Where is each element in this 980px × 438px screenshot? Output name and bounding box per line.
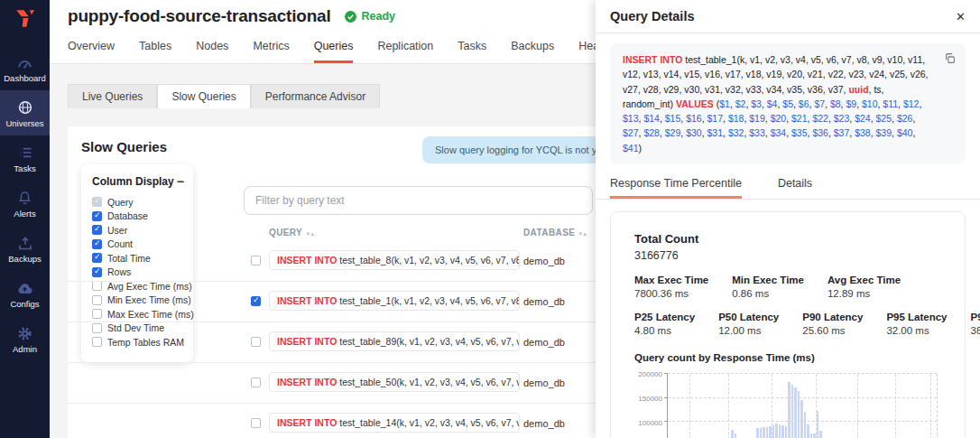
y-tick-label: 200000 — [634, 370, 662, 378]
copy-icon[interactable] — [944, 52, 956, 68]
sql-keyword: INSERT INTO — [623, 54, 682, 65]
checkbox[interactable] — [92, 225, 102, 235]
sidebar-item-configs[interactable]: Configs — [0, 271, 50, 316]
sql-param: $1 — [719, 98, 730, 109]
query-text-pill[interactable]: INSERT INTO test_table_14(k, v1, v2, v3,… — [269, 413, 520, 433]
histogram-bar — [819, 431, 822, 438]
histogram-bar — [804, 412, 807, 438]
sql-param: $31 — [707, 127, 724, 138]
subtab-performance-advisor[interactable]: Performance Advisor — [251, 84, 380, 108]
sidebar-item-label: Tasks — [14, 163, 35, 173]
tab-tables[interactable]: Tables — [139, 33, 171, 63]
sql-param: $5 — [782, 98, 793, 109]
row-checkbox[interactable] — [251, 256, 261, 266]
tab-replication[interactable]: Replication — [377, 33, 433, 63]
column-header-database[interactable]: DATABASE▼▲ — [523, 228, 587, 238]
sql-param: $35 — [791, 127, 808, 138]
histogram-bar — [772, 425, 775, 438]
sql-param: $12 — [903, 98, 920, 109]
stat-p50-latency: P50 Latency12.00 ms — [718, 312, 779, 336]
query-text-pill[interactable]: INSERT INTO test_table_1(k, v1, v2, v3, … — [269, 291, 520, 311]
close-icon[interactable]: ✕ — [956, 10, 966, 23]
query-filter-input[interactable] — [244, 186, 593, 215]
stat-max-exec-time: Max Exec Time7800.36 ms — [634, 275, 708, 299]
stat-p99-latency: P99 Latency38.40 ms — [971, 312, 980, 336]
chart-title: Query count by Response Time (ms) — [634, 352, 941, 363]
sidebar: DashboardUniversesTasksAlertsBackupsConf… — [0, 0, 50, 438]
stat-value: 32.00 ms — [886, 325, 947, 336]
sql-param: $14 — [643, 113, 660, 124]
sidebar-item-admin[interactable]: Admin — [0, 316, 50, 361]
sql-param: $19 — [749, 113, 765, 124]
percentile-stats-card: Total Count 3166776 Max Exec Time7800.36… — [610, 211, 966, 438]
column-toggle-query[interactable]: Query — [92, 195, 184, 210]
yugabyte-logo-icon[interactable] — [0, 0, 50, 31]
tab-tasks[interactable]: Tasks — [458, 33, 486, 63]
sql-keyword: INSERT INTO — [277, 336, 337, 347]
sql-param: $26 — [897, 113, 913, 124]
query-text-pill[interactable]: INSERT INTO test_table_89(k, v1, v2, v3,… — [269, 331, 520, 351]
sidebar-item-dashboard[interactable]: Dashboard — [0, 45, 50, 90]
tab-metrics[interactable]: Metrics — [253, 33, 289, 63]
sql-param: $30 — [686, 127, 702, 138]
sql-param: $20 — [771, 113, 787, 124]
row-checkbox[interactable] — [251, 296, 261, 306]
sort-icon[interactable]: ▼▲ — [578, 231, 587, 237]
tab-nodes[interactable]: Nodes — [196, 33, 228, 63]
details-tab-details[interactable]: Details — [778, 173, 812, 199]
sql-param: $21 — [791, 113, 808, 124]
panel-title: Query Details — [610, 9, 695, 23]
sql-param: $29 — [665, 127, 681, 138]
subtab-live-queries[interactable]: Live Queries — [68, 84, 157, 108]
table-row: INSERT INTO test_table_1(k, v1, v2, v3, … — [68, 282, 614, 322]
query-text-pill[interactable]: INSERT INTO test_table_8(k, v1, v2, v3, … — [269, 250, 520, 270]
x-gridline — [930, 374, 931, 438]
checkbox[interactable] — [92, 211, 102, 221]
column-header-query[interactable]: QUERY▼▲ — [269, 228, 314, 238]
column-toggle-database[interactable]: Database — [92, 210, 184, 224]
sidebar-item-tasks[interactable]: Tasks — [0, 135, 50, 181]
sidebar-item-alerts[interactable]: Alerts — [0, 181, 50, 226]
table-row: INSERT INTO test_table_50(k, v1, v2, v3,… — [68, 363, 614, 404]
stat-label: Min Exec Time — [732, 275, 804, 285]
column-toggle-label: Query — [107, 197, 134, 208]
query-text-pill[interactable]: INSERT INTO test_table_50(k, v1, v2, v3,… — [269, 372, 520, 392]
query-details-panel: Query Details ✕ INSERT INTO test_table_1… — [596, 0, 980, 438]
collapse-minus-icon[interactable]: − — [177, 177, 184, 186]
histogram-bar — [785, 426, 788, 438]
sidebar-nav: DashboardUniversesTasksAlertsBackupsConf… — [0, 45, 50, 361]
tab-queries[interactable]: Queries — [314, 33, 354, 63]
response-time-histogram: 050000100000150000200000[1.5,1.6)[3.6,4.… — [634, 370, 941, 438]
x-gridline — [895, 374, 896, 438]
sidebar-item-label: Alerts — [14, 209, 35, 219]
page-title: Slow Queries — [81, 139, 167, 154]
details-tab-response-time-percentile[interactable]: Response Time Percentile — [610, 173, 742, 199]
row-checkbox[interactable] — [251, 377, 261, 387]
column-toggle-user[interactable]: User — [92, 223, 184, 238]
column-display-title: Column Display — [92, 175, 174, 188]
ready-check-icon — [345, 11, 356, 23]
sidebar-item-backups[interactable]: Backups — [0, 226, 50, 271]
sql-keyword: INSERT INTO — [277, 295, 337, 306]
sql-param: $41 — [623, 143, 639, 154]
tab-backups[interactable]: Backups — [511, 33, 554, 63]
stat-value: 12.00 ms — [718, 325, 779, 336]
query-table-body: INSERT INTO test_table_8(k, v1, v2, v3, … — [68, 241, 614, 438]
tab-overview[interactable]: Overview — [68, 33, 115, 63]
histogram-bar — [810, 433, 813, 438]
table-row: INSERT INTO test_table_14(k, v1, v2, v3,… — [68, 404, 614, 438]
histogram-bar — [779, 424, 781, 438]
sidebar-item-universes[interactable]: Universes — [0, 90, 50, 135]
sql-param: $11 — [883, 98, 898, 109]
row-checkbox[interactable] — [251, 337, 261, 347]
sql-param: $38 — [855, 127, 871, 138]
sql-keyword: INSERT INTO — [277, 417, 337, 428]
database-cell: demo_db — [523, 377, 565, 388]
sort-icon[interactable]: ▼▲ — [305, 231, 314, 237]
configs-icon — [16, 279, 33, 297]
stat-label: P99 Latency — [971, 312, 980, 322]
row-checkbox[interactable] — [251, 418, 261, 428]
checkbox[interactable] — [92, 197, 102, 207]
sql-param: $23 — [834, 113, 850, 124]
subtab-slow-queries[interactable]: Slow Queries — [157, 84, 250, 108]
